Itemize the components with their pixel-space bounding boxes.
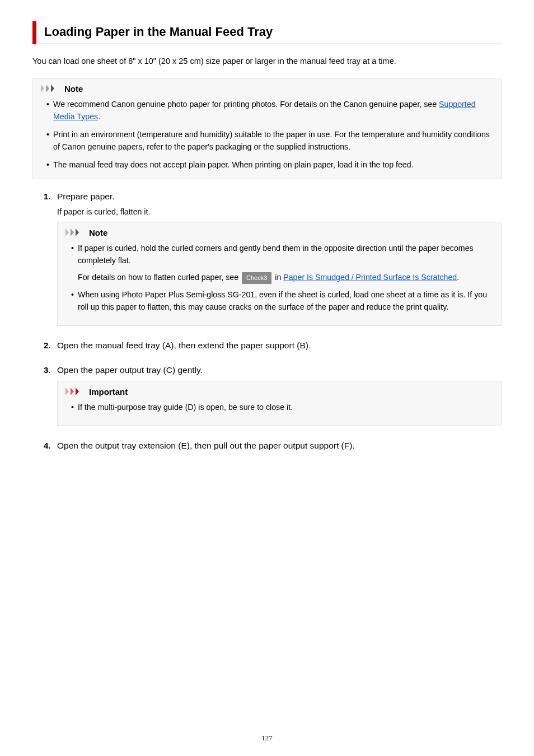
step-number: 1. [44,192,57,201]
chevrons-icon [65,228,86,236]
step-title: Open the manual feed tray (A), then exte… [57,340,311,351]
note-item: • The manual feed tray does not accept p… [46,158,493,171]
svg-marker-6 [65,388,69,395]
bullet-icon: • [71,288,78,313]
step-1: 1. Prepare paper. If paper is curled, fl… [44,192,502,326]
intro-text: You can load one sheet of 8" x 10" (20 x… [32,55,502,68]
note-callout: Note • We recommend Canon genuine photo … [32,78,502,179]
step-note-list: • If paper is curled, hold the curled co… [65,242,493,313]
note-paragraph: For details on how to flatten curled pap… [71,271,493,284]
note-text: If paper is curled, hold the curled corn… [78,242,493,267]
bullet-icon: • [71,242,78,267]
svg-marker-0 [41,85,44,92]
page-number: 127 [0,734,534,743]
svg-marker-2 [51,85,54,92]
step-4: 4. Open the output tray extension (E), t… [44,441,502,451]
important-item: • If the multi-purpose tray guide (D) is… [71,401,493,413]
note-text: Print in an environment (temperature and… [53,128,493,153]
note-list: • We recommend Canon genuine photo paper… [41,98,493,171]
chevrons-icon [41,85,61,92]
step-title: Open the output tray extension (E), then… [57,441,355,451]
page-title: Loading Paper in the Manual Feed Tray [44,25,502,39]
important-text: If the multi-purpose tray guide (D) is o… [78,401,493,413]
step-note-item: • If paper is curled, hold the curled co… [71,242,493,284]
step-title: Open the paper output tray (C) gently. [57,365,203,375]
page-content: Loading Paper in the Manual Feed Tray Yo… [0,0,534,451]
bullet-icon: • [46,158,53,171]
note-label: Note [89,228,107,237]
note-text: The manual feed tray does not accept pla… [53,158,493,171]
step-subtext: If paper is curled, flatten it. [57,207,502,216]
chevrons-icon [65,388,86,395]
bullet-icon: • [46,128,53,153]
svg-marker-5 [76,228,79,236]
step-number: 2. [44,340,57,350]
check3-badge: Check3 [242,272,271,284]
step-note-callout: Note • If paper is curled, hold the curl… [57,222,502,326]
svg-marker-8 [76,388,79,395]
note-header: Note [41,84,493,94]
bullet-icon: • [46,98,53,123]
note-text: We recommend Canon genuine photo paper f… [53,98,493,123]
step-title: Prepare paper. [57,192,115,202]
step-3: 3. Open the paper output tray (C) gently… [44,365,502,426]
step-number: 4. [44,441,57,450]
important-label: Important [89,387,128,396]
step-note-item: • When using Photo Paper Plus Semi-gloss… [71,288,493,313]
paper-smudged-link[interactable]: Paper Is Smudged / Printed Surface Is Sc… [283,273,457,282]
note-text: When using Photo Paper Plus Semi-gloss S… [78,288,493,313]
note-header: Note [65,228,493,237]
svg-marker-4 [71,228,74,236]
steps-list: 1. Prepare paper. If paper is curled, fl… [32,192,502,451]
note-item: • We recommend Canon genuine photo paper… [46,98,493,123]
svg-marker-1 [46,85,49,92]
important-list: • If the multi-purpose tray guide (D) is… [65,401,493,413]
important-callout: Important • If the multi-purpose tray gu… [57,381,502,426]
note-label: Note [64,84,83,94]
bullet-icon: • [71,401,78,413]
important-header: Important [65,387,493,396]
title-bar: Loading Paper in the Manual Feed Tray [32,21,502,44]
step-2: 2. Open the manual feed tray (A), then e… [44,340,502,351]
step-number: 3. [44,365,57,375]
svg-marker-7 [71,388,74,395]
svg-marker-3 [65,228,69,236]
note-item: • Print in an environment (temperature a… [46,128,493,153]
